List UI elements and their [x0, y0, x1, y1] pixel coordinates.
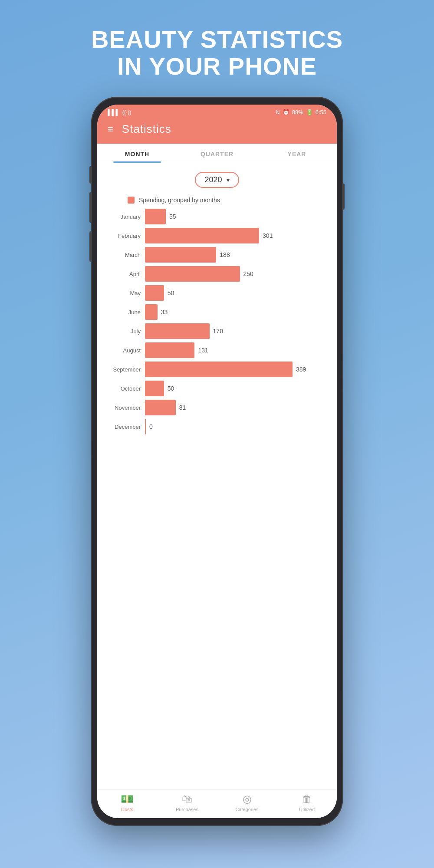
utilized-label: Utilized: [299, 807, 315, 812]
bar-outer: 81: [145, 400, 328, 415]
bar-month-label: March: [106, 252, 145, 258]
power-button: [342, 184, 345, 210]
tab-quarter[interactable]: QUARTER: [177, 144, 257, 163]
volume-up-button: [89, 192, 92, 223]
hero-text: BEAUTY STATISTICS IN YOUR PHONE: [65, 0, 369, 97]
bar-row: November81: [106, 400, 328, 415]
bar-row: July170: [106, 323, 328, 339]
signal-icon: ▌▌▌: [108, 109, 120, 115]
nav-item-categories[interactable]: ◎ Categories: [217, 793, 277, 812]
bar-value-label: 170: [213, 328, 223, 335]
bar-row: February301: [106, 228, 328, 243]
purchases-label: Purchases: [176, 807, 198, 812]
bar-value-label: 188: [220, 251, 230, 258]
tab-month[interactable]: MONTH: [97, 144, 177, 163]
bar-month-label: February: [106, 233, 145, 239]
bar-row: September389: [106, 362, 328, 377]
app-header: ≡ Statistics: [97, 118, 337, 144]
bar-fill: [145, 285, 164, 301]
bar-month-label: October: [106, 385, 145, 392]
bar-row: August131: [106, 342, 328, 358]
battery-percent: 88%: [292, 109, 303, 115]
categories-label: Categories: [235, 807, 258, 812]
status-right: N ⏰ 88% 🔋 6:55: [276, 109, 326, 115]
purchases-icon: 🛍: [182, 793, 192, 805]
nav-item-utilized[interactable]: 🗑 Utilized: [277, 793, 337, 812]
bar-value-label: 81: [179, 404, 186, 411]
wifi-icon: ((·)): [122, 109, 132, 115]
nav-item-costs[interactable]: 💵 Costs: [97, 793, 157, 812]
year-selector[interactable]: 2020 ▾: [195, 172, 239, 188]
categories-icon: ◎: [243, 793, 252, 805]
bar-value-label: 131: [198, 347, 208, 354]
bar-fill: [145, 342, 194, 358]
bar-outer: 389: [145, 362, 328, 377]
volume-down-button: [89, 231, 92, 262]
bar-value-label: 55: [169, 213, 176, 220]
bar-outer: 33: [145, 304, 328, 320]
bar-outer: 250: [145, 266, 328, 282]
hero-line1: BEAUTY STATISTICS: [91, 26, 343, 53]
bar-row: June33: [106, 304, 328, 320]
bar-value-label: 50: [168, 385, 174, 392]
costs-icon: 💵: [121, 793, 134, 805]
bottom-nav: 💵 Costs 🛍 Purchases ◎ Categories 🗑 Utili…: [97, 789, 337, 818]
clock: 6:55: [316, 109, 326, 115]
legend-color-box: [128, 197, 135, 204]
bar-fill: [145, 381, 164, 396]
nav-item-purchases[interactable]: 🛍 Purchases: [157, 793, 217, 812]
phone-screen: ▌▌▌ ((·)) N ⏰ 88% 🔋 6:55 ≡ Statistics MO…: [97, 105, 337, 818]
bar-value-label: 250: [243, 270, 253, 277]
chart-area: 2020 ▾ Spending, grouped by months Janua…: [97, 163, 337, 789]
bar-outer: 170: [145, 323, 328, 339]
bar-fill: [145, 323, 210, 339]
bar-month-label: January: [106, 214, 145, 220]
bar-month-label: April: [106, 271, 145, 277]
bar-row: April250: [106, 266, 328, 282]
alarm-icon: ⏰: [283, 109, 289, 115]
tabs-bar: MONTH QUARTER YEAR: [97, 144, 337, 163]
year-value: 2020: [204, 175, 222, 184]
status-bar: ▌▌▌ ((·)) N ⏰ 88% 🔋 6:55: [97, 105, 337, 118]
bar-fill: [145, 228, 259, 243]
status-left: ▌▌▌ ((·)): [108, 109, 132, 115]
bar-row: May50: [106, 285, 328, 301]
hero-line2: IN YOUR PHONE: [117, 53, 317, 80]
hamburger-menu-button[interactable]: ≡: [108, 124, 113, 135]
bar-month-label: June: [106, 309, 145, 316]
bar-outer: 0: [145, 419, 328, 434]
utilized-icon: 🗑: [302, 793, 312, 805]
bar-fill: [145, 247, 216, 263]
bar-month-label: July: [106, 328, 145, 335]
bar-month-label: December: [106, 424, 145, 430]
bar-fill: [145, 304, 158, 320]
bar-row: January55: [106, 209, 328, 224]
bar-fill: [145, 419, 146, 434]
phone-frame: ▌▌▌ ((·)) N ⏰ 88% 🔋 6:55 ≡ Statistics MO…: [91, 97, 343, 826]
battery-icon: 🔋: [306, 109, 313, 115]
chevron-down-icon: ▾: [227, 177, 230, 184]
bar-chart: January55February301March188April250May5…: [102, 209, 332, 438]
bar-fill: [145, 209, 166, 224]
page-title: Statistics: [122, 122, 171, 136]
legend-label: Spending, grouped by months: [139, 197, 220, 204]
costs-label: Costs: [121, 807, 133, 812]
tab-year[interactable]: YEAR: [257, 144, 337, 163]
bar-row: March188: [106, 247, 328, 263]
bar-value-label: 33: [161, 309, 168, 316]
hero-section: BEAUTY STATISTICS IN YOUR PHONE: [65, 0, 369, 97]
bar-outer: 55: [145, 209, 328, 224]
bar-value-label: 0: [149, 423, 153, 430]
silent-button: [89, 166, 92, 184]
bar-row: December0: [106, 419, 328, 434]
bar-month-label: September: [106, 366, 145, 373]
bar-value-label: 50: [168, 289, 174, 296]
bar-month-label: May: [106, 290, 145, 296]
bar-outer: 50: [145, 285, 328, 301]
bar-month-label: November: [106, 404, 145, 411]
bar-fill: [145, 266, 240, 282]
bar-outer: 188: [145, 247, 328, 263]
bar-outer: 301: [145, 228, 328, 243]
bar-fill: [145, 400, 176, 415]
bar-outer: 131: [145, 342, 328, 358]
